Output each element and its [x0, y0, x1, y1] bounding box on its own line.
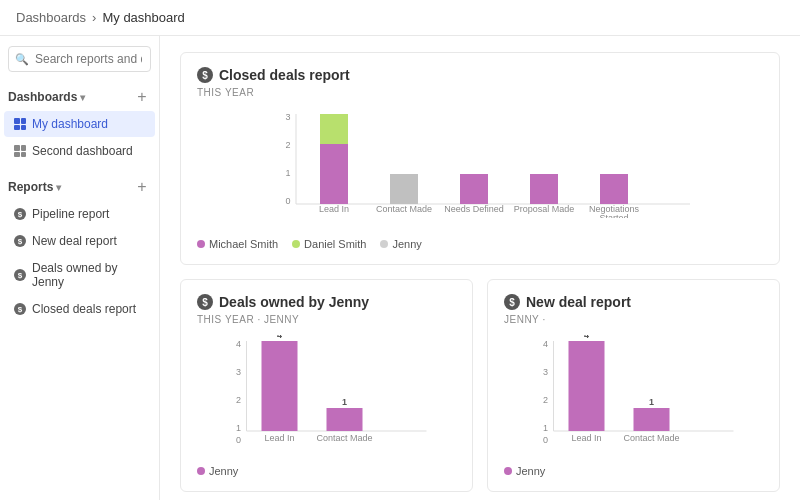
- closed-deals-svg: 3 2 1 0 Lead In: [197, 108, 763, 218]
- sidebar-item-my-dashboard[interactable]: My dashboard: [4, 111, 155, 137]
- closed-deals-legend: Michael Smith Daniel Smith Jenny: [197, 238, 763, 250]
- legend-dot-jenny-closed: [380, 240, 388, 248]
- legend-jenny-newdeal: Jenny: [504, 465, 545, 477]
- svg-text:Proposal Made: Proposal Made: [514, 204, 575, 214]
- legend-jenny-item: Jenny: [197, 465, 238, 477]
- bar-jenny-leadin: [262, 341, 298, 431]
- svg-text:Lead In: Lead In: [264, 433, 294, 443]
- reports-toggle[interactable]: Reports ▾: [8, 180, 61, 194]
- bar-leadin-michael: [320, 144, 348, 204]
- deals-jenny-svg: 4 3 2 1 0 4 Lead In 1 Co: [197, 335, 456, 445]
- dollar-icon-closed-title: $: [197, 67, 213, 83]
- svg-text:Lead In: Lead In: [319, 204, 349, 214]
- svg-text:0: 0: [543, 435, 548, 445]
- svg-text:1: 1: [342, 397, 347, 407]
- dollar-icon-newdeal-title: $: [504, 294, 520, 310]
- dashboards-chevron: ▾: [80, 92, 85, 103]
- deals-jenny-title: $ Deals owned by Jenny: [197, 294, 456, 310]
- bar-newdeal-leadin: [569, 341, 605, 431]
- svg-text:0: 0: [236, 435, 241, 445]
- add-dashboard-button[interactable]: +: [133, 88, 151, 106]
- sidebar-item-label: My dashboard: [32, 117, 108, 131]
- new-deal-svg: 4 3 2 1 0 4 Lead In 1 Co: [504, 335, 763, 445]
- dollar-icon-pipeline: $: [14, 208, 26, 220]
- dashboards-toggle[interactable]: Dashboards ▾: [8, 90, 85, 104]
- bottom-cards-row: $ Deals owned by Jenny THIS YEAR · JENNY…: [180, 279, 780, 500]
- legend-jenny-closed: Jenny: [380, 238, 421, 250]
- svg-text:1: 1: [285, 168, 290, 178]
- reports-chevron: ▾: [56, 182, 61, 193]
- reports-section-header: Reports ▾ +: [0, 172, 159, 200]
- svg-text:Started: Started: [599, 213, 628, 218]
- sidebar: 🔍 Dashboards ▾ + My dashboard Second das…: [0, 36, 160, 500]
- sidebar-item-pipeline[interactable]: $ Pipeline report: [4, 201, 155, 227]
- svg-text:2: 2: [236, 395, 241, 405]
- legend-dot-michael: [197, 240, 205, 248]
- sidebar-item-second-dashboard[interactable]: Second dashboard: [4, 138, 155, 164]
- main-content: $ Closed deals report THIS YEAR 3 2 1 0: [160, 36, 800, 500]
- svg-text:3: 3: [285, 112, 290, 122]
- closed-deals-title: $ Closed deals report: [197, 67, 763, 83]
- dollar-icon-closed: $: [14, 303, 26, 315]
- new-deal-chart: 4 3 2 1 0 4 Lead In 1 Co: [504, 335, 763, 455]
- svg-text:3: 3: [236, 367, 241, 377]
- legend-dot-daniel: [292, 240, 300, 248]
- svg-text:1: 1: [649, 397, 654, 407]
- add-report-button[interactable]: +: [133, 178, 151, 196]
- sidebar-item-closed-deals[interactable]: $ Closed deals report: [4, 296, 155, 322]
- bar-leadin-daniel: [320, 114, 348, 144]
- grid-icon-dashboard: [14, 118, 26, 130]
- grid-icon-second: [14, 145, 26, 157]
- new-deal-title: $ New deal report: [504, 294, 763, 310]
- dollar-icon-jenny: $: [14, 269, 26, 281]
- svg-text:2: 2: [543, 395, 548, 405]
- closed-deals-period: THIS YEAR: [197, 87, 763, 98]
- search-box: 🔍: [8, 46, 151, 72]
- dashboards-section-header: Dashboards ▾ +: [0, 82, 159, 110]
- sidebar-item-label: Second dashboard: [32, 144, 133, 158]
- legend-michael: Michael Smith: [197, 238, 278, 250]
- bar-proposal-made: [530, 174, 558, 204]
- svg-text:4: 4: [584, 335, 589, 340]
- breadcrumb-parent[interactable]: Dashboards: [16, 10, 86, 25]
- reports-label: Reports: [8, 180, 53, 194]
- sidebar-item-label: Closed deals report: [32, 302, 136, 316]
- sidebar-item-label: Pipeline report: [32, 207, 109, 221]
- breadcrumb: Dashboards › My dashboard: [16, 10, 185, 25]
- search-icon: 🔍: [15, 53, 29, 66]
- deals-jenny-legend: Jenny: [197, 465, 456, 477]
- new-deal-card: $ New deal report JENNY · 4 3 2 1 0: [487, 279, 780, 492]
- new-deal-legend: Jenny: [504, 465, 763, 477]
- legend-dot-jenny-newdeal: [504, 467, 512, 475]
- bar-negotiations: [600, 174, 628, 204]
- svg-text:Contact Made: Contact Made: [316, 433, 372, 443]
- svg-text:4: 4: [236, 339, 241, 349]
- svg-text:4: 4: [277, 335, 282, 340]
- new-deal-period: JENNY ·: [504, 314, 763, 325]
- sidebar-item-deals-jenny[interactable]: $ Deals owned by Jenny: [4, 255, 155, 295]
- bar-newdeal-contact: [634, 408, 670, 431]
- svg-text:Needs Defined: Needs Defined: [444, 204, 504, 214]
- dashboards-label: Dashboards: [8, 90, 77, 104]
- svg-text:1: 1: [543, 423, 548, 433]
- sidebar-item-label: Deals owned by Jenny: [32, 261, 145, 289]
- deals-jenny-card: $ Deals owned by Jenny THIS YEAR · JENNY…: [180, 279, 473, 492]
- bar-contact-made: [390, 174, 418, 204]
- sidebar-item-label: New deal report: [32, 234, 117, 248]
- search-input[interactable]: [8, 46, 151, 72]
- svg-text:1: 1: [236, 423, 241, 433]
- svg-text:0: 0: [285, 196, 290, 206]
- dollar-icon-jenny-title: $: [197, 294, 213, 310]
- deals-jenny-period: THIS YEAR · JENNY: [197, 314, 456, 325]
- bar-jenny-contact: [327, 408, 363, 431]
- svg-text:4: 4: [543, 339, 548, 349]
- bar-needs-defined: [460, 174, 488, 204]
- closed-deals-card: $ Closed deals report THIS YEAR 3 2 1 0: [180, 52, 780, 265]
- svg-text:3: 3: [543, 367, 548, 377]
- closed-deals-chart: 3 2 1 0 Lead In: [197, 108, 763, 228]
- dollar-icon-newdeal: $: [14, 235, 26, 247]
- sidebar-item-new-deal[interactable]: $ New deal report: [4, 228, 155, 254]
- deals-jenny-chart: 4 3 2 1 0 4 Lead In 1 Co: [197, 335, 456, 455]
- breadcrumb-separator: ›: [92, 10, 96, 25]
- svg-text:Lead In: Lead In: [571, 433, 601, 443]
